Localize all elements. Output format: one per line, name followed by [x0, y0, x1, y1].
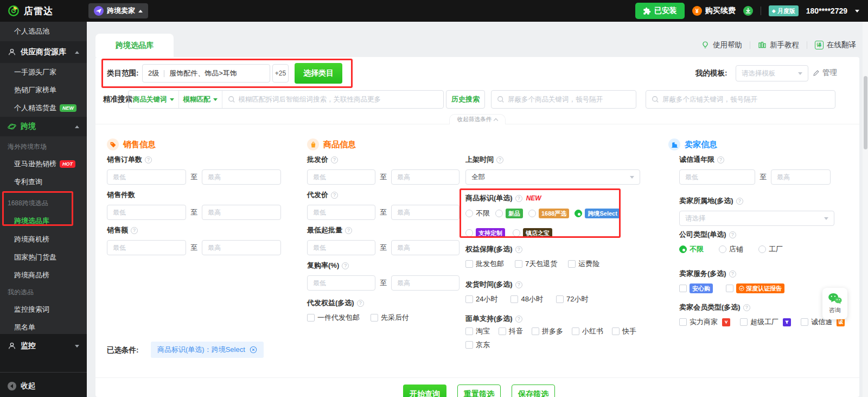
radio-tag-cross-border-select[interactable]: 跨境Select	[575, 209, 620, 218]
min-input[interactable]	[307, 275, 375, 291]
block-shop-keywords-input[interactable]	[662, 96, 829, 103]
sidebar-item-personal-pool[interactable]: 个人选品池	[0, 22, 87, 41]
seller-location-select[interactable]: 请选择	[679, 211, 834, 226]
help-icon[interactable]	[736, 198, 743, 205]
help-icon[interactable]	[345, 227, 352, 234]
chevron-down-icon[interactable]	[855, 10, 859, 12]
sidebar-section-cross-border[interactable]: 跨境	[0, 117, 87, 136]
collapse-filters-pill[interactable]: 收起筛选条件	[449, 114, 506, 124]
sidebar-item-country-hot-goods[interactable]: 国家热门货盘	[0, 248, 87, 266]
checkbox-7day-return[interactable]: 7天包退货	[515, 259, 557, 269]
sidebar-collapse-button[interactable]: 收起	[0, 375, 87, 397]
radio-company-shop[interactable]: 店铺	[719, 244, 743, 254]
radio-company-unlimited[interactable]: 不限	[679, 244, 704, 254]
help-icon[interactable]	[331, 192, 338, 199]
help-icon[interactable]	[357, 300, 364, 307]
help-icon[interactable]	[729, 231, 736, 238]
help-icon[interactable]	[515, 281, 522, 288]
app-switcher-button[interactable]: 跨境卖家	[88, 3, 148, 18]
max-input[interactable]	[202, 205, 281, 220]
close-icon[interactable]	[250, 346, 257, 354]
help-icon[interactable]	[331, 156, 338, 163]
sidebar-item-first-hand-factory[interactable]: 一手源头厂家	[0, 63, 87, 81]
min-input[interactable]	[679, 169, 755, 185]
help-icon[interactable]	[342, 262, 349, 269]
checkbox-douyin[interactable]: 抖音	[499, 326, 523, 336]
save-filters-button[interactable]: 保存筛选	[512, 385, 555, 397]
help-icon[interactable]	[729, 270, 736, 278]
category-value-box[interactable]: 2级 服饰配件、饰品>耳饰	[142, 64, 270, 83]
min-input[interactable]	[307, 169, 375, 185]
radio-tag-new-product[interactable]: 新品	[495, 209, 523, 218]
sidebar-item-monitor-keywords[interactable]: 监控搜索词	[0, 300, 87, 318]
help-icon[interactable]	[743, 304, 750, 311]
help-icon[interactable]	[496, 156, 503, 163]
max-input[interactable]	[391, 275, 459, 291]
keyword-type-dropdown[interactable]: 商品关键词	[129, 91, 179, 108]
radio-tag-unlimited[interactable]: 不限	[465, 209, 490, 218]
help-icon[interactable]	[515, 195, 522, 202]
checkbox-strength-merchant[interactable]: 实力商家	[679, 317, 730, 327]
checkbox-kuaishou[interactable]: 快手	[612, 326, 636, 336]
checkbox-deep-cert-report[interactable]: 深度认证报告	[726, 283, 784, 293]
checkbox-pinduoduo[interactable]: 拼多多	[532, 326, 563, 336]
checkbox-wholesale-free-shipping[interactable]: 批发包邮	[465, 259, 504, 269]
help-icon[interactable]	[145, 156, 152, 163]
min-input[interactable]	[107, 169, 186, 185]
category-more-count[interactable]: +25	[272, 64, 289, 83]
tab-cross-border-library[interactable]: 跨境选品库	[95, 34, 174, 57]
radio-tag-customizable[interactable]: 支持定制	[465, 228, 505, 238]
renew-button[interactable]: ¥ 购买续费	[692, 6, 736, 16]
max-input[interactable]	[771, 169, 831, 185]
checkbox-super-factory[interactable]: 超级工厂	[740, 317, 791, 327]
help-icon[interactable]	[131, 227, 138, 234]
sidebar-item-hot-factory-rank[interactable]: 热销厂家榜单	[0, 81, 87, 99]
checkbox-taobao[interactable]: 淘宝	[465, 326, 490, 336]
checkbox-24h[interactable]: 24小时	[465, 294, 497, 304]
reset-filters-button[interactable]: 重置筛选	[457, 385, 501, 397]
checkbox-shipping-insurance[interactable]: 运费险	[568, 259, 599, 269]
max-input[interactable]	[391, 240, 459, 255]
max-input[interactable]	[202, 240, 281, 255]
history-search-button[interactable]: 历史搜索	[446, 90, 485, 109]
block-product-keywords-input[interactable]	[508, 96, 630, 103]
checkbox-one-piece-dropship[interactable]: 一件代发包邮	[307, 313, 360, 323]
checkbox-xiaohongshu[interactable]: 小红书	[572, 326, 603, 336]
manage-template-button[interactable]: 管理	[813, 68, 837, 78]
checkbox-anxingou[interactable]: 安心购	[679, 283, 713, 293]
sidebar-item-product-rank[interactable]: 跨境商品榜	[0, 266, 87, 284]
help-link[interactable]: 使用帮助	[701, 40, 742, 50]
help-icon[interactable]	[515, 246, 522, 253]
min-input[interactable]	[307, 205, 375, 220]
max-input[interactable]	[391, 205, 459, 220]
help-icon[interactable]	[717, 156, 724, 163]
radio-tag-store-treasure[interactable]: 镇店之宝	[513, 228, 552, 238]
tutorial-link[interactable]: 新手教程	[758, 40, 799, 50]
download-icon[interactable]	[743, 6, 753, 16]
max-input[interactable]	[202, 169, 281, 185]
template-select[interactable]: 请选择模板	[736, 65, 808, 81]
scrollbar-thumb[interactable]	[864, 76, 867, 149]
radio-company-factory[interactable]: 工厂	[758, 244, 783, 254]
sidebar-item-personal-selection[interactable]: 个人精选货盘 NEW	[0, 99, 87, 117]
min-input[interactable]	[307, 240, 375, 255]
listing-time-select[interactable]: 全部	[465, 169, 640, 185]
installed-button[interactable]: 已安装	[635, 3, 685, 19]
start-query-button[interactable]: 开始查询	[403, 385, 446, 397]
translate-link[interactable]: 译 在线翻译	[815, 40, 856, 50]
radio-tag-1688-strict[interactable]: 1688严选	[528, 209, 569, 218]
consult-float-button[interactable]: 咨询	[822, 288, 847, 319]
max-input[interactable]	[391, 169, 459, 185]
search-input[interactable]	[239, 96, 438, 103]
checkbox-48h[interactable]: 48小时	[510, 294, 542, 304]
min-input[interactable]	[107, 240, 186, 255]
checkbox-72h[interactable]: 72小时	[556, 294, 588, 304]
sidebar-section-supplier[interactable]: 供应商货源库	[0, 41, 87, 63]
match-type-dropdown[interactable]: 模糊匹配	[179, 91, 222, 108]
sidebar-item-patent-search[interactable]: 专利查询	[0, 173, 87, 191]
sidebar-section-monitor[interactable]: 监控	[0, 334, 87, 358]
sidebar-item-opportunity-rank[interactable]: 跨境商机榜	[0, 230, 87, 248]
checkbox-jd[interactable]: 京东	[465, 340, 490, 350]
select-category-button[interactable]: 选择类目	[295, 63, 342, 84]
help-icon[interactable]	[515, 316, 522, 323]
